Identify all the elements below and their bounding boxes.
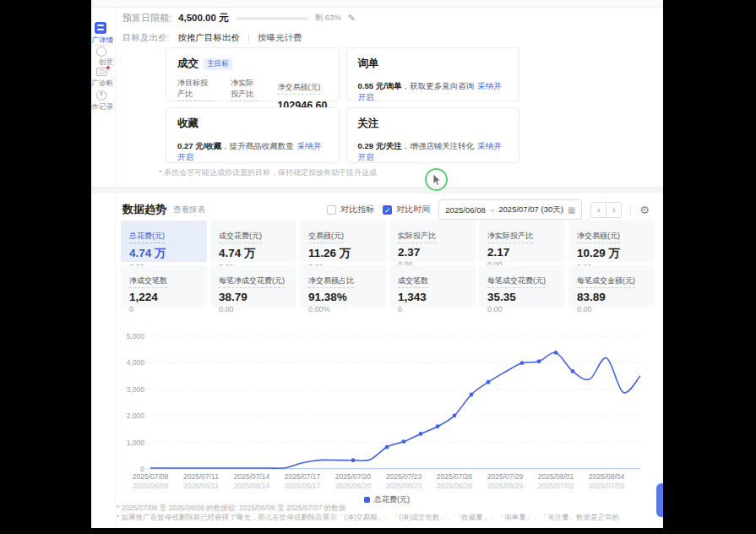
svg-text:2025/07/02: 2025/07/02 [538, 482, 574, 490]
svg-text:2025/08/01: 2025/08/01 [538, 472, 574, 481]
svg-text:2025/07/05: 2025/07/05 [589, 482, 625, 490]
legend-swatch [364, 497, 370, 503]
svg-text:2025/07/17: 2025/07/17 [285, 472, 321, 481]
svg-text:5,000: 5,000 [127, 332, 145, 341]
trend-chart: 01,0002,0003,0004,0005,0002025/07/082025… [117, 326, 657, 493]
footnote-paused-data: * 如果推广在暂停或删除前已经获得了曝光，那么在暂停或删除后展示「(净)交易额」… [117, 513, 619, 522]
view-report-link[interactable]: 查看报表 [173, 204, 205, 215]
trend-chart-svg: 01,0002,0003,0004,0005,0002025/07/082025… [117, 326, 657, 493]
date-pager: ‹ › [590, 202, 622, 218]
compare-metric-checkbox[interactable]: 对比指标 [327, 204, 374, 215]
budget-progress-bar [236, 17, 308, 20]
sidebar-rail: 推广详情 创意 推广诊断 操作记录 [91, 8, 116, 528]
bidding-row: 目标及出价: 按推广目标出价 按曝光计费 [122, 32, 302, 44]
metric-tile[interactable]: 总花费(元) 4.74 万 0.00 [121, 221, 207, 262]
svg-text:2025/08/04: 2025/08/04 [589, 472, 625, 481]
promo-detail-icon[interactable] [95, 22, 106, 34]
metric-tile[interactable]: 净成交笔数 1,224 0 [121, 265, 207, 307]
edit-budget-icon[interactable]: ✎ [348, 13, 356, 24]
notification-dot [106, 66, 110, 69]
chart-footnotes: * 2025/07/08 至 2025/08/06 的数据较: 2025/06/… [117, 504, 619, 522]
svg-text:2025/07/20: 2025/07/20 [335, 472, 372, 481]
goal-card-deal: 成交 主目标 净目标投产比 ⓘ 2.45 ✎ 净实际投产比 2.17 净交易额(… [166, 47, 340, 101]
card-title: 收藏 [177, 117, 199, 131]
svg-text:2025/06/14: 2025/06/14 [234, 482, 270, 490]
metric-tile[interactable]: 净实际投产比 2.17 0.00 [479, 221, 565, 262]
card-title: 关注 [358, 117, 379, 131]
sidebar-item-history[interactable]: 操作记录 [91, 102, 113, 112]
checkbox-unchecked-icon [327, 205, 336, 215]
metric-tile[interactable]: 每笔成交花费(元) 35.35 0.00 [479, 265, 565, 307]
calendar-icon: ▦ [568, 205, 575, 215]
tab-bid-by-impression[interactable]: 按曝光计费 [258, 32, 302, 44]
mouse-cursor-icon [432, 174, 443, 187]
next-period-button[interactable]: › [606, 202, 622, 218]
svg-text:2025/06/23: 2025/06/23 [386, 482, 422, 490]
svg-text:2025/07/29: 2025/07/29 [487, 472, 524, 481]
top-strip [91, 0, 663, 8]
svg-text:2025/06/26: 2025/06/26 [437, 482, 473, 490]
svg-text:2025/06/08: 2025/06/08 [133, 482, 169, 490]
idea-icon[interactable] [96, 46, 106, 57]
scrollbar-thumb[interactable] [656, 483, 663, 517]
section-divider [91, 187, 663, 193]
date-start: 2025/06/08 [445, 205, 486, 215]
svg-text:2,000: 2,000 [127, 411, 145, 420]
gear-icon[interactable]: ⚙ [639, 204, 650, 216]
metric-tile[interactable]: 成交笔数 1,343 0 [389, 265, 476, 307]
card-title: 询单 [358, 57, 379, 71]
primary-goal-badge: 主目标 [204, 58, 232, 70]
metric-tile[interactable]: 每笔净成交花费(元) 38.79 0.00 [210, 265, 296, 307]
daily-budget-row: 预算日限额: 4,500.00 元 剩 63% ✎ [122, 12, 356, 25]
goal-note: * 系统会尽可能达成你设置的目标，保持稳定投放有助于提升达成 [159, 167, 377, 178]
metric-tile[interactable]: 交易额(元) 11.26 万 0.00 [300, 221, 386, 262]
sidebar-item-diagnosis[interactable]: 推广诊断 [91, 79, 113, 89]
main-panel: 推广详情 创意 推广诊断 操作记录 预算日限额: 4,500.00 元 剩 63… [91, 0, 663, 528]
clock-icon[interactable] [96, 90, 106, 101]
svg-text:2025/07/14: 2025/07/14 [234, 472, 270, 481]
metric-tile[interactable]: 每笔成交金额(元) 83.89 0.00 [568, 265, 655, 307]
goal-card-inquiry: 询单 0.55 元/询单，获取更多意向咨询采纳并开启 [346, 47, 520, 101]
svg-text:1,000: 1,000 [127, 439, 145, 447]
bidding-label: 目标及出价: [122, 32, 169, 44]
sidebar-item-creative[interactable]: 创意 [91, 57, 113, 68]
svg-text:2025/06/20: 2025/06/20 [335, 482, 372, 490]
svg-text:4,000: 4,000 [127, 358, 145, 367]
svg-text:2025/06/11: 2025/06/11 [183, 482, 219, 490]
metric-tile[interactable]: 实际投产比 2.37 0.00 [389, 221, 476, 262]
tab-bid-by-goal[interactable]: 按推广目标出价 [177, 32, 240, 44]
svg-text:2025/06/29: 2025/06/29 [487, 482, 524, 490]
date-end: 2025/07/07 (30天) [498, 204, 563, 215]
metric-tile[interactable]: 成交花费(元) 4.74 万 0.00 [210, 221, 296, 262]
footnote-compare-range: * 2025/07/08 至 2025/08/06 的数据较: 2025/06/… [117, 504, 619, 513]
svg-text:2025/06/17: 2025/06/17 [285, 482, 321, 490]
svg-text:2025/07/26: 2025/07/26 [437, 472, 473, 481]
svg-text:3,000: 3,000 [127, 385, 145, 394]
trend-header: 数据趋势 查看报表 对比指标 ✓ 对比时间 2025/06/08 ~ 2025/… [122, 199, 650, 220]
click-indicator-ring [425, 168, 448, 191]
metric-tile[interactable]: 净交易额占比 91.38% 0.00% [300, 265, 386, 307]
checkbox-checked-icon: ✓ [383, 205, 392, 215]
camera-icon[interactable] [96, 68, 107, 76]
goal-cards: 成交 主目标 净目标投产比 ⓘ 2.45 ✎ 净实际投产比 2.17 净交易额(… [166, 47, 519, 163]
prev-period-button[interactable]: ‹ [590, 202, 606, 218]
card-title: 成交 [177, 57, 199, 71]
svg-text:2025/07/11: 2025/07/11 [183, 472, 219, 481]
budget-remaining: 剩 63% [315, 13, 341, 24]
budget-amount: 4,500.00 元 [178, 12, 228, 25]
compare-time-checkbox[interactable]: ✓ 对比时间 [383, 204, 430, 215]
goal-card-follow: 关注 0.29 元/关注，增强店铺关注转化采纳并开启 [346, 107, 520, 163]
svg-text:2025/07/23: 2025/07/23 [386, 472, 422, 481]
metric-tile[interactable]: 净交易额(元) 10.29 万 0.00 [568, 221, 655, 262]
tab-separator [248, 34, 249, 42]
budget-label: 预算日限额: [122, 12, 171, 25]
rail-divider [94, 45, 111, 46]
goal-card-favorite: 收藏 0.27 元/收藏，提升商品收藏数量采纳并开启 [166, 107, 340, 163]
svg-text:2025/07/08: 2025/07/08 [133, 472, 169, 481]
date-range-picker[interactable]: 2025/06/08 ~ 2025/07/07 (30天) ▦ [438, 199, 582, 220]
trend-title: 数据趋势 [122, 202, 166, 217]
controls-divider [630, 204, 631, 215]
metric-tiles: 总花费(元) 4.74 万 0.00 成交花费(元) 4.74 万 0.00 交… [121, 221, 655, 307]
